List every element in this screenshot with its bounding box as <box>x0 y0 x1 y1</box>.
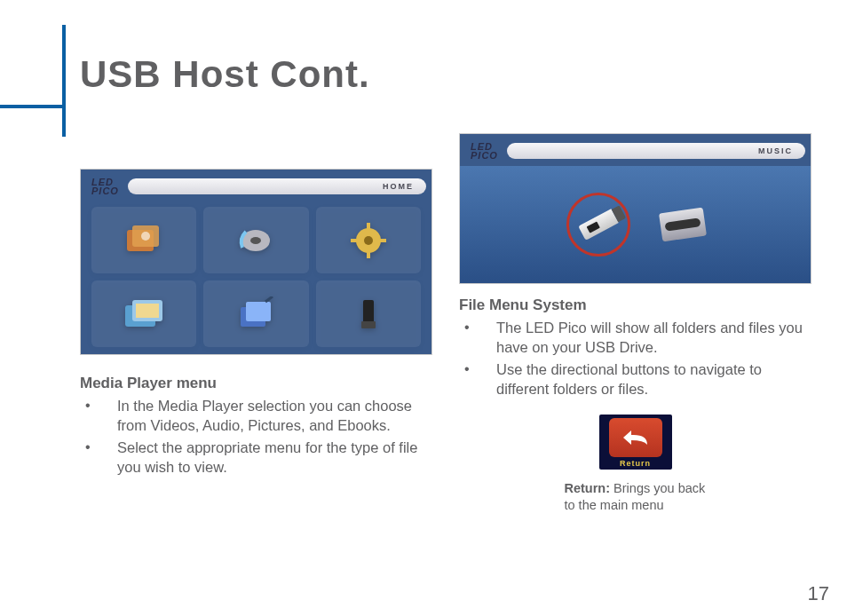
file-menu-screenshot: LED PICO MUSIC <box>459 133 811 284</box>
videos-icon <box>91 207 196 273</box>
svg-rect-7 <box>367 223 370 230</box>
list-item: Use the directional buttons to navigate … <box>459 359 811 399</box>
highlight-circle <box>566 193 630 257</box>
ebooks-icon <box>203 280 308 347</box>
media-player-screenshot: LED PICO HOME <box>80 169 432 355</box>
audio-icon <box>203 207 308 273</box>
decorative-hline <box>0 105 62 108</box>
list-item: Select the appropriate menu for the type… <box>80 438 432 478</box>
pill-label: MUSIC <box>758 146 793 155</box>
return-icon <box>609 418 662 457</box>
svg-line-16 <box>265 296 273 302</box>
return-caption-bold: Return: <box>565 481 611 495</box>
page-number: 17 <box>808 582 829 605</box>
svg-rect-9 <box>351 239 358 242</box>
media-player-list: In the Media Player selection you can ch… <box>80 396 432 477</box>
list-item: The LED Pico will show all folders and f… <box>459 318 811 358</box>
pill-label: HOME <box>383 182 414 191</box>
left-column: LED PICO HOME <box>80 133 432 514</box>
led-pico-logo: LED PICO <box>86 178 119 196</box>
screenshot-topbar: LED PICO MUSIC <box>465 139 805 162</box>
svg-rect-13 <box>136 304 159 318</box>
svg-point-4 <box>250 237 261 244</box>
cassette-icon <box>659 208 707 242</box>
list-item: In the Media Player selection you can ch… <box>80 396 432 436</box>
usb-drive-icon <box>578 209 619 241</box>
settings-icon <box>316 207 421 273</box>
right-column: LED PICO MUSIC File Menu System The LED … <box>459 133 811 514</box>
pictures-icon <box>91 280 196 347</box>
return-button-image: Return <box>599 415 672 470</box>
svg-point-6 <box>364 236 373 245</box>
screenshot-topbar: LED PICO HOME <box>86 175 426 198</box>
hdmi-icon <box>316 280 421 347</box>
logo-line2: PICO <box>91 186 119 195</box>
svg-point-2 <box>141 232 150 241</box>
return-caption: Return: Brings you back to the main menu <box>565 480 707 514</box>
content-columns: LED PICO HOME <box>80 133 811 514</box>
file-menu-list: The LED Pico will show all folders and f… <box>459 318 811 399</box>
svg-rect-18 <box>361 321 376 328</box>
svg-rect-10 <box>379 239 386 242</box>
svg-rect-17 <box>363 300 374 323</box>
decorative-vline <box>62 25 66 137</box>
svg-rect-15 <box>246 302 271 321</box>
file-menu-heading: File Menu System <box>459 296 811 314</box>
return-button-label: Return <box>620 459 651 468</box>
return-block: Return Return: Brings you back to the ma… <box>459 415 811 514</box>
breadcrumb-pill: HOME <box>128 178 426 194</box>
media-player-heading: Media Player menu <box>80 375 432 392</box>
svg-rect-8 <box>367 251 370 258</box>
home-icon-grid <box>91 207 421 347</box>
breadcrumb-pill: MUSIC <box>507 143 805 159</box>
page-title: USB Host Cont. <box>80 53 370 96</box>
led-pico-logo: LED PICO <box>465 142 498 161</box>
file-menu-body <box>460 166 811 283</box>
logo-line2: PICO <box>471 151 498 160</box>
